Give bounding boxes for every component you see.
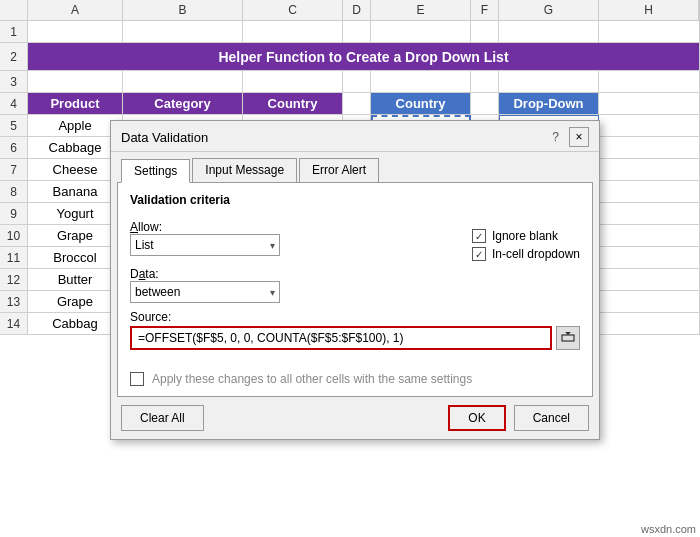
header-product: Product [28,93,123,114]
cell-b6[interactable]: Cabbage [28,137,123,158]
allow-select-value: List [135,238,154,252]
dialog-question-mark[interactable]: ? [552,130,559,144]
product-header-label: Product [50,96,99,111]
cell-rest12[interactable] [599,269,700,290]
header-dropdown: Drop-Down [499,93,599,114]
cell-a1[interactable] [28,21,123,42]
cell-b14[interactable]: Cabbag [28,313,123,334]
row-num: 14 [0,313,28,334]
cell-e4[interactable] [343,93,371,114]
dialog-close-button[interactable]: × [569,127,589,147]
collapse-icon [561,331,575,345]
tab-settings[interactable]: Settings [121,159,190,183]
cell-rest10[interactable] [599,225,700,246]
cell-rest11[interactable] [599,247,700,268]
data-select[interactable]: between ▾ [130,281,280,303]
cell-b10[interactable]: Grape [28,225,123,246]
col-header-h: H [599,0,699,20]
cell-b8[interactable]: Banana [28,181,123,202]
in-cell-dropdown-row: ✓ In-cell dropdown [472,247,580,261]
row-num: 5 [0,115,28,136]
cell-b1[interactable] [123,21,243,42]
row-num: 1 [0,21,28,42]
title-cell: Helper Function to Create a Drop Down Li… [28,43,700,70]
cell-b12[interactable]: Butter [28,269,123,290]
row-num: 13 [0,291,28,312]
cell-h3[interactable] [599,71,700,92]
country-header-label: Country [268,96,318,111]
cell-d3[interactable] [343,71,371,92]
cell-b3[interactable] [123,71,243,92]
cell-f3[interactable] [471,71,499,92]
apply-label: Apply these changes to all other cells w… [152,372,472,386]
row-num: 6 [0,137,28,158]
cell-b5[interactable]: Apple [28,115,123,136]
cell-b7[interactable]: Cheese [28,159,123,180]
cell-e3[interactable] [371,71,471,92]
col-header-f: F [471,0,499,20]
cell-c1[interactable] [243,21,343,42]
header-country: Country [243,93,343,114]
cell-rest14[interactable] [599,313,700,334]
cell-h1[interactable] [599,21,700,42]
cell-b13[interactable]: Grape [28,291,123,312]
cell-rest5[interactable] [599,115,700,136]
cell-rest13[interactable] [599,291,700,312]
row-num: 10 [0,225,28,246]
allow-label: Allow: [130,220,452,234]
cell-rest9[interactable] [599,203,700,224]
category-header-label: Category [154,96,210,111]
tab-input-message[interactable]: Input Message [192,158,297,182]
cell-g4[interactable] [471,93,499,114]
cell-rest7[interactable] [599,159,700,180]
cell-g3[interactable] [499,71,599,92]
cell-e1[interactable] [371,21,471,42]
ignore-blank-checkbox[interactable]: ✓ [472,229,486,243]
row-num: 12 [0,269,28,290]
col-header-a: A [28,0,123,20]
cell-rest8[interactable] [599,181,700,202]
row-num: 11 [0,247,28,268]
cell-rest4[interactable] [599,93,700,114]
row-num: 7 [0,159,28,180]
cell-g1[interactable] [499,21,599,42]
dropdown-header-label: Drop-Down [513,96,583,111]
row-num: 9 [0,203,28,224]
col-header-d: D [343,0,371,20]
tab-error-alert[interactable]: Error Alert [299,158,379,182]
row-num: 4 [0,93,28,114]
ignore-blank-row: ✓ Ignore blank [472,229,580,243]
checkbox-group: ✓ Ignore blank ✓ In-cell dropdown [472,229,580,261]
dialog-title: Data Validation [121,130,208,145]
source-collapse-button[interactable] [556,326,580,350]
cell-d1[interactable] [343,21,371,42]
row-num: 2 [0,43,28,70]
data-select-value: between [135,285,180,299]
cell-b9[interactable]: Yogurt [28,203,123,224]
source-label: Source: [130,310,171,324]
cell-a3[interactable] [28,71,123,92]
clear-all-button[interactable]: Clear All [121,405,204,431]
source-value-text: =OFFSET($F$5, 0, 0, COUNTA($F$5:$F$100),… [138,331,404,345]
source-input[interactable]: =OFFSET($F$5, 0, 0, COUNTA($F$5:$F$100),… [130,326,552,350]
table-row: 4 Product Category Country Country Drop-… [0,93,700,115]
column-headers: A B C D E F G H [0,0,700,21]
in-cell-dropdown-checkbox[interactable]: ✓ [472,247,486,261]
allow-select[interactable]: List ▾ [130,234,280,256]
row-num: 8 [0,181,28,202]
row-num: 3 [0,71,28,92]
cell-b11[interactable]: Broccol [28,247,123,268]
header-country2: Country [371,93,471,114]
data-validation-dialog: Data Validation ? × Settings Input Messa… [110,120,600,440]
dialog-titlebar: Data Validation ? × [111,121,599,152]
cell-rest6[interactable] [599,137,700,158]
country2-header-label: Country [396,96,446,111]
table-row: 2 Helper Function to Create a Drop Down … [0,43,700,71]
cell-f1[interactable] [471,21,499,42]
cancel-button[interactable]: Cancel [514,405,589,431]
apply-checkbox[interactable] [130,372,144,386]
dialog-body: Validation criteria Allow: List ▾ ✓ Igno… [117,182,593,397]
cell-c3[interactable] [243,71,343,92]
ok-button[interactable]: OK [448,405,505,431]
allow-row: Allow: List ▾ ✓ Ignore blank ✓ In-cell d… [130,215,580,261]
